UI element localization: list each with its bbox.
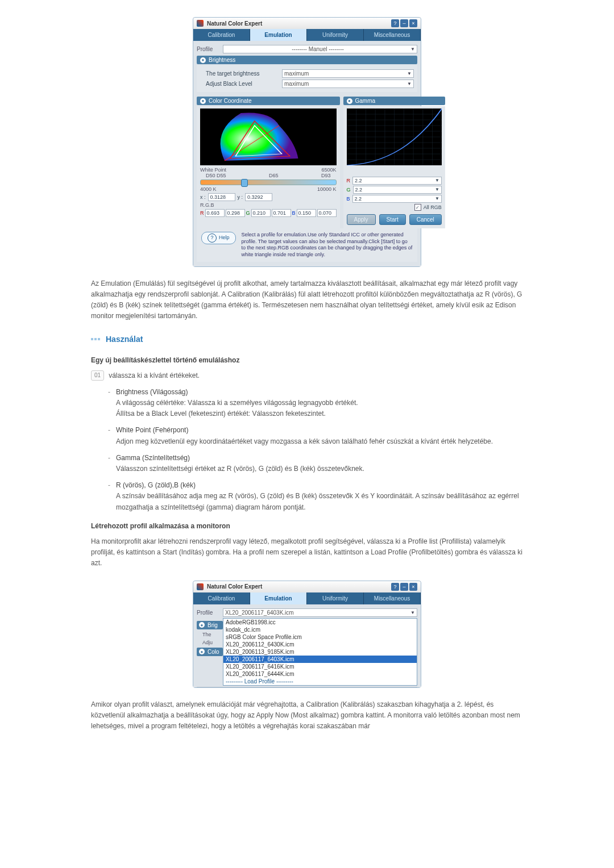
profile-select[interactable]: -------- Manuel -------- ▼ [223, 45, 417, 53]
target-brightness-value: maximum [284, 70, 309, 77]
y-label: y : [238, 194, 243, 200]
list-item: R (vörös), G (zöld),B (kék) A színsáv be… [108, 480, 523, 513]
close-button[interactable]: × [409, 19, 417, 27]
item-text: A világosság célértéke: Válassza ki a sz… [116, 399, 358, 407]
intro-paragraph: Az Emulation (Emulálás) fül segítségével… [91, 278, 523, 322]
profile-option-selected[interactable]: XL20_2006117_6403K.icm [223, 656, 417, 663]
gamma-r-label: R [347, 178, 351, 183]
profile-option[interactable]: kodak_dc.icm [223, 626, 417, 633]
slider-thumb[interactable] [241, 179, 248, 187]
profile-select-open[interactable]: XL20_2006117_6403K.icm ▼ [223, 608, 417, 617]
nce-window: Natural Color Expert ? – × Calibration E… [193, 17, 421, 267]
cie-chromaticity-plot[interactable] [200, 108, 337, 165]
slider-min: 4000 K [200, 186, 217, 192]
tab-calibration[interactable]: Calibration [193, 592, 250, 604]
profile-option[interactable]: XL20_2006112_6430K.icm [223, 641, 417, 648]
help-button[interactable]: ? [391, 583, 399, 591]
heading-bars-icon [91, 338, 100, 340]
gamma-r-select[interactable]: 2.2▼ [352, 177, 442, 185]
help-button[interactable]: ? [391, 19, 399, 27]
tab-miscellaneous[interactable]: Miscellaneous [364, 592, 421, 604]
y-input[interactable]: 0.3292 [245, 193, 272, 201]
r-x-input[interactable]: 0.693 [205, 209, 225, 217]
profile-option[interactable]: AdobeRGB1998.icc [223, 619, 417, 626]
radio-icon: ● [199, 622, 205, 628]
gamma-plot[interactable] [347, 108, 442, 165]
radio-icon[interactable]: ● [200, 57, 206, 63]
app-logo-icon [197, 583, 204, 590]
slider-tick: D93 [321, 173, 331, 178]
item-title: White Point (Fehérpont) [116, 426, 188, 434]
tab-miscellaneous[interactable]: Miscellaneous [364, 29, 421, 41]
g-x-input[interactable]: 0.210 [251, 209, 271, 217]
r-y-input[interactable]: 0.298 [226, 209, 245, 217]
tab-calibration[interactable]: Calibration [193, 29, 250, 41]
gamma-g-label: G [347, 187, 351, 193]
profile-value: XL20_2006117_6403K.icm [225, 610, 410, 616]
subheading-apply-profile: Létrehozott profil alkalmazása a monitor… [91, 521, 523, 532]
list-item: White Point (Fehérpont) Adjon meg közvet… [108, 425, 523, 446]
profile-option[interactable]: XL20_2006117_6416K.icm [223, 663, 417, 670]
tab-uniformity[interactable]: Uniformity [307, 29, 364, 41]
gamma-b-select[interactable]: 2.2▼ [352, 195, 442, 203]
profile-option[interactable]: XL20_2006117_6444K.icm [223, 670, 417, 678]
radio-icon: ● [199, 649, 205, 654]
x-input[interactable]: 0.3128 [208, 193, 235, 201]
item-text: Adjon meg közvetlenül egy koordinátaérté… [116, 437, 493, 445]
app-title: Natural Color Expert [207, 20, 262, 27]
profile-label: Profile [197, 610, 221, 616]
close-button[interactable]: × [409, 583, 417, 591]
section-colorcoord-label: Color Coordinate [209, 98, 252, 104]
b-y-input[interactable]: 0.070 [317, 209, 337, 217]
target-brightness-select[interactable]: maximum ▼ [282, 69, 414, 78]
question-icon: ? [208, 233, 217, 243]
section-label-trunc: Brig [208, 622, 218, 628]
step-number: 01 [91, 370, 104, 381]
paragraph: Ha monitorprofilt akar létrehozni rendsz… [91, 536, 523, 569]
all-rgb-checkbox[interactable]: ✓ [414, 204, 421, 211]
radio-icon[interactable]: ● [200, 98, 206, 104]
profile-label: Profile [197, 46, 221, 52]
help-text: Select a profile for emulation.Use only … [242, 232, 413, 258]
section-brightness-truncated: ● Brig [197, 621, 223, 629]
chevron-down-icon: ▼ [410, 610, 415, 615]
section-gamma-label: Gamma [355, 98, 376, 104]
item-text: Válasszon színtelítettségi értéket az R … [116, 465, 364, 473]
section-colorcoord-truncated: ● Colo [197, 648, 223, 656]
g-label: G [246, 210, 250, 216]
truncated-label: Adju [197, 640, 223, 645]
radio-icon[interactable]: ● [347, 98, 352, 104]
paragraph: Amikor olyan profilt választ, amelynek e… [91, 699, 523, 732]
cancel-button[interactable]: Cancel [409, 214, 442, 225]
g-y-input[interactable]: 0.701 [272, 209, 291, 217]
apply-button[interactable]: Apply [347, 214, 376, 225]
profile-option-load[interactable]: --------- Load Profile --------- [223, 678, 417, 685]
profile-option[interactable]: XL20_2006113_9185K.icm [223, 648, 417, 656]
start-button[interactable]: Start [379, 214, 406, 225]
b-x-input[interactable]: 0.150 [297, 209, 316, 217]
item-title: Brightness (Világosság) [116, 388, 188, 396]
minimize-button[interactable]: – [400, 583, 408, 591]
white-point-slider[interactable] [200, 180, 337, 185]
help-pill[interactable]: ? Help [201, 232, 236, 244]
chevron-down-icon: ▼ [407, 81, 412, 86]
section-gamma: ● Gamma [343, 97, 445, 105]
section-brightness-label: Brightness [209, 57, 235, 63]
item-title: R (vörös), G (zöld),B (kék) [116, 481, 196, 489]
tab-emulation[interactable]: Emulation [250, 592, 307, 604]
section-brightness: ● Brightness [197, 56, 417, 64]
adjust-black-select[interactable]: maximum ▼ [282, 80, 414, 88]
app-title: Natural Color Expert [207, 583, 262, 590]
nce-window-profile-dropdown: Natural Color Expert ? – × Calibration E… [193, 581, 421, 688]
profile-option[interactable]: sRGB Color Space Profile.icm [223, 633, 417, 641]
gamma-g-select[interactable]: 2.2▼ [353, 186, 442, 194]
tab-uniformity[interactable]: Uniformity [307, 592, 364, 604]
gamma-b-label: B [347, 196, 350, 202]
all-rgb-label: All RGB [424, 205, 442, 210]
list-item: Gamma (Színtelítettség) Válasszon színte… [108, 453, 523, 474]
tab-emulation[interactable]: Emulation [250, 29, 307, 41]
profile-dropdown-list[interactable]: AdobeRGB1998.icc kodak_dc.icm sRGB Color… [223, 618, 417, 686]
minimize-button[interactable]: – [400, 19, 408, 27]
item-text: A színsáv beállításához adja meg az R (v… [116, 492, 519, 511]
section-label-trunc: Colo [208, 649, 219, 655]
